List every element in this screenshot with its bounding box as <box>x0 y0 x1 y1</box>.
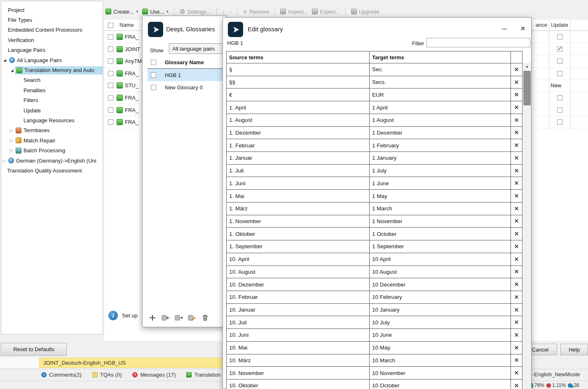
tm-checkbox[interactable] <box>108 83 113 88</box>
term-target[interactable]: 1 March <box>369 203 511 215</box>
upgrade-button[interactable]: ↑Upgrade <box>351 9 380 15</box>
term-target[interactable]: 10 March <box>369 354 511 367</box>
delete-glossary-button[interactable] <box>200 313 210 322</box>
close-icon[interactable]: ✕ <box>516 23 529 34</box>
tab-comments-2[interactable]: iComments(2) <box>41 372 82 378</box>
term-source[interactable]: € <box>227 89 369 101</box>
update-checkbox[interactable] <box>557 58 562 64</box>
term-target[interactable]: Secs. <box>369 76 511 89</box>
term-target[interactable]: 10 November <box>369 367 511 380</box>
term-target[interactable]: 10 June <box>369 329 511 342</box>
delete-term-button[interactable]: ✕ <box>514 268 519 275</box>
term-target[interactable]: 1 April <box>369 101 511 114</box>
term-target[interactable]: EUR <box>369 89 511 101</box>
scrollbar-thumb[interactable] <box>523 71 531 105</box>
term-target[interactable]: 10 July <box>369 316 511 329</box>
term-source[interactable]: 1. Dezember <box>227 127 369 140</box>
tm-checkbox[interactable] <box>108 47 113 52</box>
use-button[interactable]: Use...▾ <box>142 9 169 15</box>
glossary-checkbox[interactable] <box>151 72 156 78</box>
term-source[interactable]: 1. März <box>227 203 369 215</box>
expand-icon[interactable]: ▷ <box>9 138 14 143</box>
term-source[interactable]: 1. April <box>227 101 369 114</box>
term-source[interactable]: 1. August <box>227 114 369 127</box>
language-pairs-dropdown[interactable]: All language pairs <box>169 43 227 54</box>
term-target[interactable]: 10 December <box>369 278 511 291</box>
term-source[interactable]: 1. Februar <box>227 139 369 152</box>
term-target[interactable]: 1 January <box>369 152 511 165</box>
sidebar-item-termbases[interactable]: ▷Termbases <box>1 126 103 135</box>
tab-messages-17[interactable]: ✕Messages (17) <box>132 372 176 378</box>
sidebar-item-batch-processing[interactable]: ▷Batch Processing <box>1 145 103 155</box>
update-checkbox[interactable] <box>557 107 562 113</box>
sidebar-item-language-resources[interactable]: Language Resources <box>1 115 103 125</box>
sidebar-item-translation-memory-and-auto[interactable]: ◢Translation Memory and Auto <box>1 65 103 75</box>
tm-checkbox[interactable] <box>108 107 113 113</box>
term-target[interactable]: 10 April <box>369 253 511 266</box>
term-source[interactable]: 10. November <box>227 367 369 380</box>
term-target[interactable]: 1 June <box>369 177 511 190</box>
update-checkbox[interactable] <box>557 71 562 76</box>
delete-term-button[interactable]: ✕ <box>514 129 519 136</box>
delete-term-button[interactable]: ✕ <box>514 91 519 98</box>
term-source[interactable]: 10. März <box>227 354 369 367</box>
term-target[interactable]: 1 October <box>369 228 511 240</box>
sidebar-item-update[interactable]: Update <box>1 105 103 115</box>
column-header-name[interactable]: Name <box>119 22 134 28</box>
delete-term-button[interactable]: ✕ <box>514 344 519 352</box>
delete-term-button[interactable]: ✕ <box>514 369 519 377</box>
sidebar-item-search[interactable]: Search <box>1 75 103 85</box>
term-target[interactable]: 10 August <box>369 266 511 279</box>
delete-term-button[interactable]: ✕ <box>514 192 519 200</box>
delete-term-button[interactable]: ✕ <box>514 79 519 86</box>
term-source[interactable]: 10. Dezember <box>227 278 369 291</box>
tab-tqas-0[interactable]: TQAs (0) <box>92 372 122 378</box>
term-target[interactable]: 1 September <box>369 240 511 253</box>
settings-button[interactable]: ⚙Settings... <box>180 8 211 15</box>
delete-term-button[interactable]: ✕ <box>514 256 519 263</box>
tm-checkbox[interactable] <box>108 95 113 100</box>
help-button[interactable]: Help <box>560 344 588 355</box>
column-header-update[interactable]: Update <box>551 22 568 28</box>
term-source[interactable]: §§ <box>227 76 369 89</box>
delete-term-button[interactable]: ✕ <box>514 142 519 149</box>
glossary-row[interactable]: HGB 1 <box>148 69 226 81</box>
sidebar-item-german-germany-english-uni[interactable]: ▷German (Germany)->English (Uni <box>1 156 103 165</box>
term-target[interactable]: 10 October <box>369 380 511 389</box>
term-source[interactable]: 1. November <box>227 215 369 228</box>
update-checkbox[interactable] <box>557 119 562 125</box>
expand-icon[interactable]: ▷ <box>9 128 14 133</box>
term-target[interactable]: 1 December <box>369 127 511 140</box>
sidebar-item-penalties[interactable]: Penalties <box>1 85 103 95</box>
delete-term-button[interactable]: ✕ <box>514 116 519 124</box>
delete-term-button[interactable]: ✕ <box>514 104 519 111</box>
term-source[interactable]: 10. April <box>227 253 369 266</box>
arrow-down-button[interactable]: ↓ <box>222 9 225 15</box>
reset-to-defaults-button[interactable]: Reset to Defaults <box>1 343 67 356</box>
sidebar-item-file-types[interactable]: File Types <box>1 15 103 25</box>
term-target[interactable]: 1 August <box>369 114 511 127</box>
arrow-up-button[interactable]: ↑ <box>229 9 232 15</box>
sidebar-item-language-pairs[interactable]: Language Pairs <box>1 45 103 55</box>
term-target[interactable]: 1 November <box>369 215 511 228</box>
delete-term-button[interactable]: ✕ <box>514 281 519 288</box>
export-button[interactable]: →Export... <box>312 9 340 15</box>
term-source[interactable]: 10. Januar <box>227 304 369 317</box>
glossary-row[interactable]: New Glossary 0 <box>148 81 226 93</box>
term-source[interactable]: 1. September <box>227 240 369 253</box>
glossary-checkbox[interactable] <box>151 85 156 90</box>
delete-term-button[interactable]: ✕ <box>514 319 519 326</box>
term-target[interactable]: 1 July <box>369 165 511 177</box>
term-source[interactable]: 1. Juni <box>227 177 369 190</box>
filter-input[interactable] <box>426 38 530 47</box>
collapse-icon[interactable]: ◢ <box>2 58 7 62</box>
delete-term-button[interactable]: ✕ <box>514 167 519 175</box>
term-source[interactable]: 1. Januar <box>227 152 369 165</box>
export-glossary-button[interactable] <box>174 313 183 322</box>
update-checkbox[interactable] <box>557 95 562 100</box>
expand-icon[interactable]: ▷ <box>1 158 7 163</box>
term-source[interactable]: 10. Oktober <box>227 380 369 389</box>
select-all-glossaries-checkbox[interactable] <box>151 60 156 65</box>
term-source[interactable]: 10. August <box>227 266 369 279</box>
remove-button[interactable]: ✕Remove <box>243 9 269 15</box>
